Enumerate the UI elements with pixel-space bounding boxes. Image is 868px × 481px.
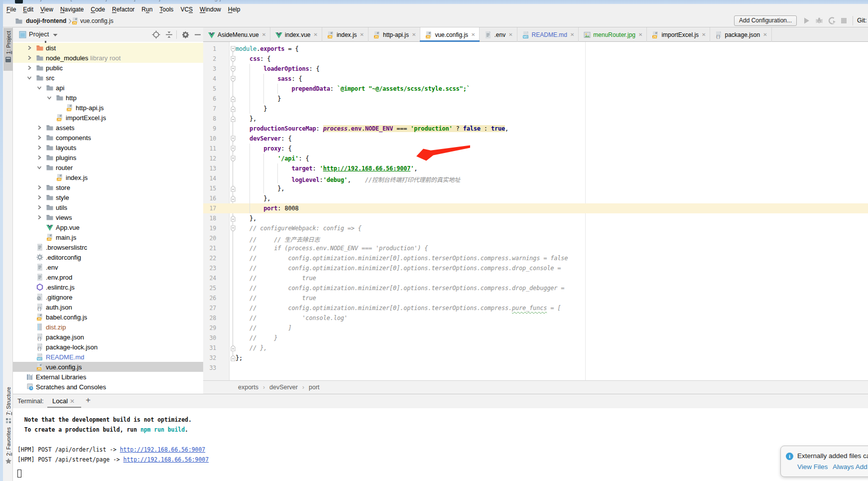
editor-tab-menurouter-jpg[interactable]: menuRouter.jpg✕ (579, 27, 647, 42)
tree-item-importexcel-js[interactable]: JSimportExcel.js (13, 113, 203, 123)
editor-tab-package-json[interactable]: {}package.json✕ (710, 27, 771, 42)
fold-end-marker[interactable] (231, 195, 236, 202)
editor-tab-http-api-js[interactable]: JShttp-api.js✕ (369, 27, 420, 42)
fold-end-marker[interactable] (231, 106, 236, 112)
chevron-right-icon[interactable] (37, 185, 42, 190)
fold-start-marker[interactable] (231, 146, 236, 152)
code-line-16[interactable]: 16 }, (203, 193, 868, 203)
tree-item--browserslistrc[interactable]: .browserslistrc (13, 242, 203, 252)
menu-tools[interactable]: Tools (156, 5, 177, 14)
fold-end-marker[interactable] (231, 345, 236, 351)
fold-start-marker[interactable] (231, 56, 236, 62)
tree-item-dist[interactable]: dist (13, 43, 203, 53)
menu-edit[interactable]: Edit (19, 5, 37, 14)
code-line-28[interactable]: 28 // 'console.log' (203, 313, 868, 323)
code-line-13[interactable]: 13 target: 'http://192.168.66.56:9007', (203, 163, 868, 173)
collapse-all-icon[interactable] (165, 30, 173, 39)
tree-item-main-js[interactable]: JSmain.js (13, 232, 203, 242)
chevron-right-icon[interactable] (27, 65, 32, 70)
fold-start-marker[interactable] (231, 136, 236, 142)
tree-item-views[interactable]: views (13, 212, 203, 222)
editor-tab-vue-config-js[interactable]: JSvue.config.js✕ (420, 27, 480, 42)
always-add-link[interactable]: Always Add (833, 463, 868, 471)
tree-item-package-lock-json[interactable]: {}package-lock.json (13, 342, 203, 352)
code-line-33[interactable]: 33 (203, 363, 868, 373)
menu-view[interactable]: View (37, 5, 57, 14)
chevron-right-icon[interactable] (27, 55, 32, 60)
fold-start-marker[interactable] (231, 225, 236, 232)
chevron-down-icon[interactable] (27, 75, 32, 80)
chevron-right-icon[interactable] (37, 195, 42, 200)
code-line-3[interactable]: 3 loaderOptions: { (203, 64, 868, 74)
close-icon[interactable]: ✕ (570, 32, 574, 37)
code-line-19[interactable]: 19 // configureWebpack: config => { (203, 223, 868, 233)
hide-panel-icon[interactable] (194, 30, 201, 39)
code-line-5[interactable]: 5 prependData: `@import "~@/assets/scss/… (203, 84, 868, 94)
close-icon[interactable]: ✕ (508, 32, 512, 37)
code-line-1[interactable]: 1module.exports = { (203, 44, 868, 54)
tree-item-api[interactable]: api (13, 83, 203, 93)
editor-tab-readme-md[interactable]: MDREADME.md✕ (517, 27, 579, 42)
fold-end-marker[interactable] (231, 96, 236, 102)
run-icon[interactable] (803, 17, 810, 24)
code-line-25[interactable]: 25 // config.optimization.minimizer[0].o… (203, 283, 868, 293)
stripe-structure-button[interactable]: 7: Structure (3, 387, 13, 424)
code-line-29[interactable]: 29 // ] (203, 323, 868, 333)
editor-breadcrumb-port[interactable]: port (309, 384, 320, 391)
chevron-right-icon[interactable] (37, 205, 42, 210)
editor-tab-index-js[interactable]: JSindex.js✕ (322, 27, 369, 42)
tree-item-public[interactable]: public (13, 63, 203, 73)
fold-start-marker[interactable] (231, 66, 236, 72)
chevron-down-icon[interactable] (47, 95, 52, 100)
tree-item-src[interactable]: src (13, 73, 203, 83)
code-line-2[interactable]: 2 css: { (203, 54, 868, 64)
chevron-right-icon[interactable] (37, 145, 42, 150)
close-icon[interactable]: ✕ (412, 32, 416, 37)
code-line-23[interactable]: 23 // config.optimization.minimizer[0].o… (203, 263, 868, 273)
tree-item-external-libraries[interactable]: External Libraries (13, 372, 203, 382)
tree-item-utils[interactable]: utils (13, 202, 203, 212)
debug-icon[interactable] (815, 16, 823, 24)
tree-item-babel-config-js[interactable]: JSbabel.config.js (13, 312, 203, 322)
code-line-10[interactable]: 10 devServer: { (203, 134, 868, 144)
code-line-21[interactable]: 21 // if (process.env.NODE_ENV === 'prod… (203, 243, 868, 253)
chevron-down-icon[interactable] (37, 165, 42, 170)
code-line-8[interactable]: 8 }, (203, 114, 868, 124)
code-line-31[interactable]: 31 // }, (203, 343, 868, 353)
tree-item-http-api-js[interactable]: JShttp-api.js (13, 103, 203, 113)
chevron-down-icon[interactable] (37, 85, 42, 90)
fold-end-marker[interactable] (231, 116, 236, 122)
run-with-coverage-icon[interactable] (828, 16, 836, 25)
chevron-right-icon[interactable] (37, 215, 42, 220)
code-line-14[interactable]: 14 logLevel:'debug', //控制台终端打印代理前的真实地址 (203, 173, 868, 183)
view-files-link[interactable]: View Files (797, 463, 828, 471)
locate-file-icon[interactable] (152, 30, 160, 39)
menu-navigate[interactable]: Navigate (57, 5, 87, 14)
editor-tab-index-vue[interactable]: index.vue✕ (270, 27, 322, 42)
gear-icon[interactable] (181, 30, 190, 39)
code-line-22[interactable]: 22 // config.optimization.minimizer[0].o… (203, 253, 868, 263)
menu-vcs[interactable]: VCS (177, 5, 196, 14)
editor-tab-importexcel-js[interactable]: JSimportExcel.js✕ (647, 27, 710, 42)
terminal-tab-local[interactable]: Local (52, 397, 68, 405)
code-line-20[interactable]: 20 // // 生产去除日志 (203, 233, 868, 243)
editor-tab--env[interactable]: .env✕ (480, 27, 517, 42)
code-line-18[interactable]: 18 }, (203, 213, 868, 223)
tree-item-dist-zip[interactable]: dist.zip (13, 322, 203, 332)
code-line-7[interactable]: 7 } (203, 104, 868, 114)
breadcrumb-project[interactable]: duoji-frontend (26, 17, 66, 24)
editor-tab-asidemenu-vue[interactable]: AsideMenu.vue✕ (203, 27, 270, 42)
code-line-30[interactable]: 30 // } (203, 333, 868, 343)
fold-end-marker[interactable] (231, 355, 236, 361)
code-line-17[interactable]: 17 port: 8008 (203, 203, 868, 213)
tree-item-vue-config-js[interactable]: JSvue.config.js (13, 362, 203, 372)
stop-icon[interactable] (841, 17, 847, 24)
breadcrumb-file[interactable]: vue.config.js (80, 17, 114, 24)
chevron-right-icon[interactable] (37, 135, 42, 140)
new-terminal-icon[interactable]: + (86, 395, 91, 405)
close-icon[interactable]: ✕ (702, 32, 706, 37)
tree-item-index-js[interactable]: JSindex.js (13, 172, 203, 182)
menu-refactor[interactable]: Refactor (109, 5, 138, 14)
fold-end-marker[interactable] (231, 215, 236, 222)
menu-run[interactable]: Run (138, 5, 156, 14)
